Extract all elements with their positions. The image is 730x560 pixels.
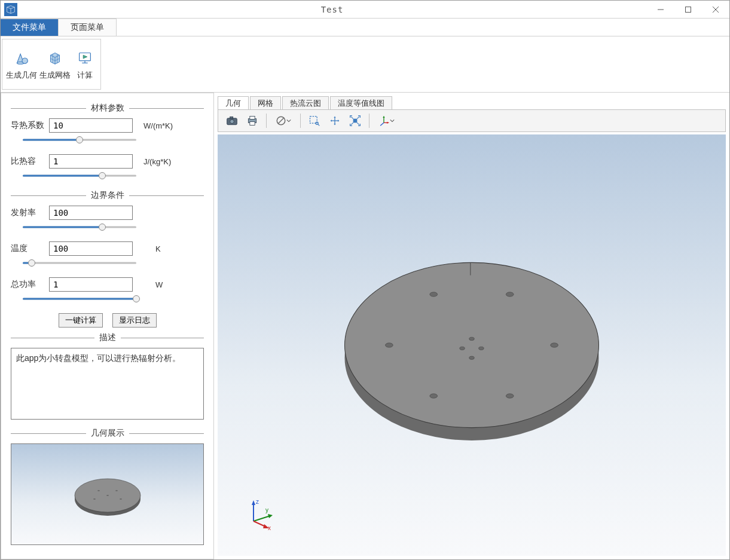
zoom-extents-icon[interactable] — [346, 112, 364, 129]
svg-point-13 — [93, 498, 96, 500]
ribbon-label: 计算 — [77, 70, 93, 81]
tab-page-menu[interactable]: 页面菜单 — [59, 19, 117, 36]
row-temperature: 温度 K — [11, 241, 204, 256]
tab-heat-flow-contour[interactable]: 热流云图 — [282, 96, 329, 109]
svg-point-43 — [460, 347, 465, 350]
description-text: 此app为小转盘模型，可以进行热辐射分析。 — [11, 348, 204, 420]
field-label: 总功率 — [11, 279, 44, 290]
svg-text:x: x — [268, 525, 271, 530]
svg-rect-29 — [353, 119, 358, 123]
printer-icon[interactable] — [243, 112, 261, 129]
ribbon-toolbar: 生成几何 生成网格 计算 — [1, 36, 729, 93]
disk-thumbnail — [48, 458, 167, 530]
row-thermal-conductivity: 导热系数 W/(m*K) — [11, 118, 204, 133]
group-title: 几何展示 — [86, 428, 129, 439]
svg-line-32 — [380, 123, 384, 126]
zoom-box-icon[interactable] — [306, 112, 323, 129]
specific-heat-slider[interactable] — [23, 171, 136, 180]
svg-point-15 — [106, 495, 109, 496]
group-title: 材料参数 — [86, 103, 129, 114]
svg-point-5 — [22, 57, 28, 63]
ribbon-group: 生成几何 生成网格 计算 — [2, 39, 101, 90]
svg-point-12 — [115, 490, 118, 491]
svg-point-14 — [120, 498, 122, 500]
field-unit: K — [155, 244, 161, 253]
tab-geometry[interactable]: 几何 — [218, 96, 249, 109]
group-boundary-conditions: 边界条件 — [11, 190, 204, 201]
row-emissivity: 发射率 — [11, 206, 204, 220]
axis-orient-icon[interactable] — [374, 112, 398, 129]
minimize-button[interactable] — [647, 1, 674, 19]
svg-point-36 — [430, 292, 438, 296]
svg-point-39 — [551, 343, 558, 347]
total-power-input[interactable] — [49, 277, 133, 292]
coordinate-triad: z y x — [242, 494, 277, 532]
svg-point-38 — [386, 343, 393, 347]
geometry-canvas[interactable]: z y x — [218, 134, 726, 556]
temperature-slider[interactable] — [23, 258, 136, 268]
svg-line-26 — [318, 124, 320, 126]
app-icon — [4, 3, 17, 16]
no-icon[interactable] — [271, 112, 295, 129]
emissivity-slider[interactable] — [23, 222, 136, 232]
svg-point-17 — [230, 120, 234, 124]
disk-model — [218, 134, 726, 556]
svg-rect-20 — [250, 117, 255, 120]
titlebar: Test — [1, 1, 729, 19]
svg-rect-21 — [250, 122, 255, 126]
svg-text:y: y — [265, 507, 268, 513]
group-title: 描述 — [94, 332, 121, 343]
svg-point-41 — [506, 394, 514, 398]
tab-mesh[interactable]: 网格 — [250, 96, 281, 109]
play-screen-icon — [76, 48, 94, 66]
tab-label: 页面菜单 — [71, 22, 104, 33]
geometry-preview-canvas[interactable] — [11, 443, 204, 545]
close-button[interactable] — [702, 1, 729, 19]
tab-label: 热流云图 — [290, 99, 321, 108]
sidebar: 材料参数 导热系数 W/(m*K) 比热容 J/(kg*K) 边界条件 发射率 — [1, 93, 214, 559]
view-tabs: 几何 网格 热流云图 温度等值线图 — [218, 96, 726, 109]
tab-label: 网格 — [258, 99, 273, 108]
chevron-down-icon — [390, 118, 395, 123]
field-unit: J/(kg*K) — [143, 157, 171, 166]
emissivity-input[interactable] — [49, 206, 133, 220]
svg-point-34 — [345, 262, 599, 427]
field-unit: W/(m*K) — [143, 121, 173, 130]
field-label: 温度 — [11, 243, 44, 254]
show-log-button[interactable]: 显示日志 — [112, 313, 157, 328]
group-geometry-preview: 几何展示 — [11, 428, 204, 439]
build-mesh-button[interactable]: 生成网格 — [38, 42, 72, 87]
window-title: Test — [17, 5, 647, 14]
thermal-conductivity-input[interactable] — [49, 118, 133, 133]
thermal-conductivity-slider[interactable] — [23, 135, 136, 145]
svg-point-11 — [97, 490, 100, 491]
svg-point-37 — [506, 292, 514, 296]
total-power-slider[interactable] — [23, 294, 136, 304]
svg-text:z: z — [256, 498, 259, 505]
tab-label: 温度等值线图 — [338, 99, 384, 108]
group-title: 边界条件 — [86, 190, 129, 201]
menu-tabs: 文件菜单 页面菜单 — [1, 19, 729, 36]
tab-label: 几何 — [225, 99, 241, 108]
svg-point-40 — [430, 394, 438, 398]
temperature-input[interactable] — [49, 241, 133, 256]
camera-icon[interactable] — [223, 112, 241, 129]
svg-point-45 — [469, 356, 475, 359]
svg-rect-18 — [230, 117, 233, 118]
compute-button[interactable]: 计算 — [72, 42, 98, 87]
tab-temperature-isoline[interactable]: 温度等值线图 — [330, 96, 392, 109]
one-click-calc-button[interactable]: 一键计算 — [59, 313, 103, 328]
field-label: 比热容 — [11, 156, 44, 167]
group-material-params: 材料参数 — [11, 103, 204, 114]
maximize-button[interactable] — [674, 1, 702, 19]
pan-icon[interactable] — [326, 112, 344, 129]
content-area: 几何 网格 热流云图 温度等值线图 — [214, 93, 729, 559]
build-geometry-button[interactable]: 生成几何 — [5, 42, 38, 87]
ribbon-label: 生成几何 — [6, 70, 37, 81]
svg-line-23 — [278, 118, 285, 124]
svg-line-48 — [253, 516, 270, 521]
ribbon-label: 生成网格 — [39, 70, 71, 81]
view-toolbar — [218, 109, 726, 132]
tab-file-menu[interactable]: 文件菜单 — [1, 19, 59, 36]
specific-heat-input[interactable] — [49, 154, 133, 169]
